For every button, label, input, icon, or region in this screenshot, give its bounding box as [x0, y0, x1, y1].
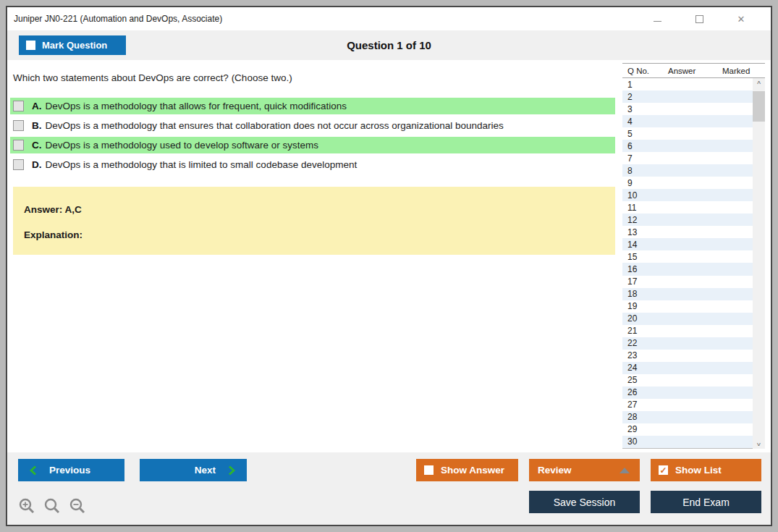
- option-row-B[interactable]: B.DevOps is a methodology that ensures t…: [10, 117, 615, 134]
- triangle-up-icon: [620, 468, 630, 473]
- list-item[interactable]: 15: [622, 250, 765, 263]
- answer-label: Answer: A,C: [24, 204, 82, 215]
- answer-box: Answer: A,C Explanation:: [13, 187, 615, 255]
- list-item[interactable]: 26: [622, 387, 765, 399]
- list-item-number: 7: [627, 153, 633, 164]
- list-item-number: 11: [627, 203, 636, 213]
- list-item[interactable]: 13: [622, 226, 765, 238]
- list-item-number: 19: [627, 301, 637, 311]
- list-item[interactable]: 9: [622, 177, 765, 189]
- option-checkbox[interactable]: [13, 140, 24, 151]
- list-item[interactable]: 23: [622, 350, 765, 362]
- option-row-A[interactable]: A.DevOps is a methodology that allows fo…: [10, 98, 615, 114]
- list-item[interactable]: 3: [622, 103, 765, 115]
- scroll-up-icon[interactable]: ^: [753, 78, 765, 90]
- show-list-checkbox[interactable]: ✓: [659, 465, 668, 475]
- option-letter: A.: [32, 101, 42, 111]
- list-item[interactable]: 25: [622, 374, 765, 387]
- list-item-number: 20: [627, 313, 637, 324]
- zoom-reset-icon[interactable]: [43, 497, 62, 515]
- list-item[interactable]: 7: [622, 152, 765, 164]
- list-item[interactable]: 30: [622, 436, 765, 448]
- list-item[interactable]: 5: [622, 127, 765, 140]
- list-item[interactable]: 12: [622, 214, 765, 226]
- option-row-D[interactable]: D.DevOps is a methodology that is limite…: [10, 156, 615, 173]
- option-checkbox[interactable]: [13, 159, 24, 170]
- list-item[interactable]: 28: [622, 411, 765, 423]
- list-item-number: 5: [627, 129, 633, 139]
- chevron-right-icon: [229, 465, 235, 476]
- option-letter: D.: [32, 159, 42, 170]
- list-item-number: 13: [627, 227, 637, 237]
- list-item[interactable]: 11: [622, 201, 765, 214]
- list-item[interactable]: 17: [622, 276, 765, 288]
- show-answer-button[interactable]: Show Answer: [416, 459, 518, 481]
- list-item-number: 3: [627, 104, 633, 114]
- column-qno: Q No.: [627, 67, 649, 75]
- option-text: DevOps is a methodology that is limited …: [46, 159, 358, 170]
- column-answer: Answer: [668, 67, 695, 75]
- list-item[interactable]: 24: [622, 362, 765, 374]
- minimize-icon[interactable]: [636, 7, 678, 30]
- app-window: Juniper JN0-221 (Automation and DevOps, …: [6, 6, 772, 526]
- chevron-left-icon: [30, 465, 36, 476]
- list-item[interactable]: 16: [622, 263, 765, 275]
- list-item[interactable]: 29: [622, 423, 765, 436]
- next-button[interactable]: Next: [140, 459, 247, 481]
- list-item[interactable]: 1: [622, 78, 765, 90]
- save-session-label: Save Session: [554, 497, 616, 508]
- list-item[interactable]: 2: [622, 90, 765, 103]
- scroll-down-icon[interactable]: ^: [753, 436, 765, 449]
- list-item-number: 10: [627, 190, 637, 200]
- footer-bar: Previous Next Show Answer Review ✓ Show …: [7, 452, 771, 525]
- header-band: Question 1 of 10 Mark Question: [7, 30, 771, 60]
- review-dropdown-button[interactable]: Review: [529, 459, 640, 481]
- maximize-icon[interactable]: [678, 7, 720, 30]
- option-checkbox[interactable]: [13, 101, 24, 111]
- list-item[interactable]: 20: [622, 313, 765, 325]
- list-item-number: 29: [627, 424, 637, 434]
- zoom-out-icon[interactable]: [69, 497, 87, 515]
- option-row-C[interactable]: C.DevOps is a methodology used to develo…: [10, 137, 615, 153]
- list-item-number: 6: [627, 141, 633, 151]
- list-item-number: 12: [627, 215, 637, 225]
- list-item[interactable]: 19: [622, 300, 765, 313]
- close-icon[interactable]: ✕: [720, 7, 762, 30]
- previous-button[interactable]: Previous: [18, 459, 124, 481]
- list-item-number: 21: [627, 326, 637, 336]
- mark-question-checkbox[interactable]: [26, 41, 35, 50]
- list-item-number: 17: [627, 276, 637, 287]
- save-session-button[interactable]: Save Session: [529, 491, 640, 513]
- list-item[interactable]: 14: [622, 238, 765, 250]
- show-answer-checkbox[interactable]: [424, 465, 434, 475]
- list-item-number: 15: [627, 252, 637, 262]
- titlebar: Juniper JN0-221 (Automation and DevOps, …: [7, 7, 771, 30]
- scrollbar-thumb[interactable]: [753, 91, 765, 122]
- show-answer-label: Show Answer: [441, 465, 504, 476]
- list-item-number: 4: [627, 117, 633, 127]
- list-item[interactable]: 22: [622, 337, 765, 350]
- end-exam-label: End Exam: [682, 497, 730, 508]
- list-item-number: 8: [627, 166, 633, 176]
- zoom-in-icon[interactable]: [18, 497, 36, 515]
- list-item[interactable]: 10: [622, 189, 765, 201]
- show-list-button[interactable]: ✓ Show List: [651, 459, 761, 481]
- option-checkbox[interactable]: [13, 120, 24, 131]
- list-item[interactable]: 6: [622, 140, 765, 152]
- window-controls: ✕: [636, 7, 762, 30]
- list-item[interactable]: 8: [622, 164, 765, 177]
- option-letter: C.: [32, 140, 42, 151]
- list-item-number: 16: [627, 264, 637, 274]
- question-list-scrollbar[interactable]: ^ ^: [753, 78, 765, 449]
- mark-question-button[interactable]: Mark Question: [19, 35, 126, 55]
- end-exam-button[interactable]: End Exam: [651, 491, 761, 513]
- show-list-label: Show List: [675, 465, 722, 476]
- next-label: Next: [195, 465, 216, 476]
- list-item-number: 28: [627, 412, 637, 422]
- list-item-number: 14: [627, 240, 637, 250]
- list-item[interactable]: 21: [622, 325, 765, 337]
- list-item[interactable]: 18: [622, 288, 765, 300]
- list-item-number: 25: [627, 375, 637, 385]
- list-item[interactable]: 4: [622, 115, 765, 127]
- list-item[interactable]: 27: [622, 399, 765, 411]
